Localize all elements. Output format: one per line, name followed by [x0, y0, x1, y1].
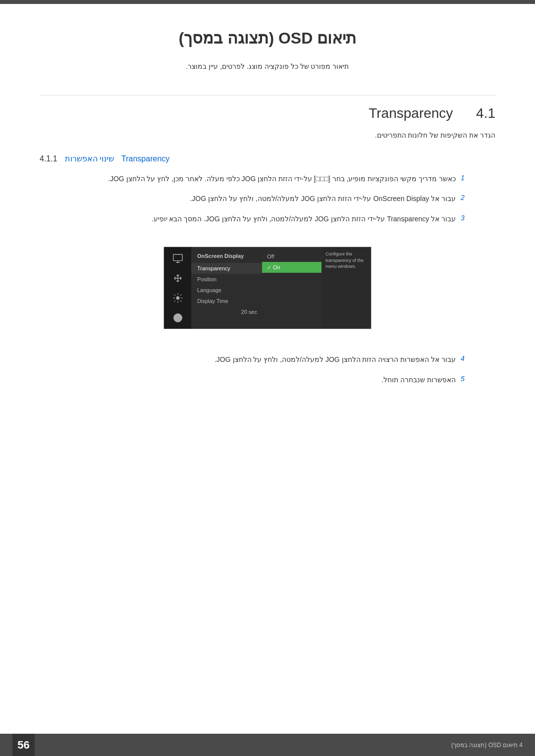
main-content: תיאום OSD (תצוגה במסך) תיאור מפורט של כל…	[0, 4, 535, 435]
osd-time-row: 20 sec	[191, 306, 262, 317]
osd-screenshot: OnScreen Display Transparency Position L…	[163, 247, 372, 329]
step-5-text: האפשרות שנבחרה תוחל.	[59, 374, 456, 385]
svg-point-4	[177, 315, 178, 316]
section-heading: Transparency 4.1	[40, 105, 495, 121]
osd-submenu-off: Off	[262, 251, 321, 262]
osd-menu-title: OnScreen Display	[191, 251, 262, 263]
separator	[40, 95, 495, 96]
osd-menu-display-time: Display Time	[191, 296, 262, 306]
osd-sidebar	[164, 247, 191, 329]
steps-container-2: עבור אל האפשרות הרצויה הזזת הלחצן JOG למ…	[59, 354, 476, 385]
step-4-number: 4	[461, 354, 476, 362]
page-footer: 4 תיאום OSD (תצוגה במסך) 56	[0, 734, 535, 756]
subsection-row: Transparency שינוי האפשרות 4.1.1	[40, 154, 495, 163]
subsection-title-en: Transparency	[121, 154, 169, 163]
step-2: עבור אל OnScreen Display על-ידי הזזת הלח…	[59, 193, 476, 204]
osd-info-panel: Configure the transparency of the menu w…	[321, 247, 371, 329]
osd-monitor-icon	[170, 252, 185, 264]
steps-list-2: עבור אל האפשרות הרצויה הזזת הלחצן JOG למ…	[59, 354, 476, 385]
section-title: Transparency 4.1	[40, 105, 495, 121]
step-1-text: כאשר מדריך מקשי הפונקציות מופיע, בחר [□□…	[59, 173, 456, 184]
osd-info-icon	[170, 311, 185, 324]
subsection-number: 4.1.1	[40, 154, 57, 163]
section-description-text: הגדר את השקיפות של חלונות התפריטים.	[40, 131, 495, 139]
osd-time-value: 20 sec	[241, 309, 257, 315]
step-3-number: 3	[461, 213, 476, 222]
osd-menu-position: Position	[191, 274, 262, 285]
page-subtitle-block: תיאור מפורט של כל פונקציה מוצג. לפרטים, …	[40, 62, 495, 70]
osd-main-menu: OnScreen Display Transparency Position L…	[191, 247, 262, 329]
osd-arrows-icon	[170, 272, 185, 284]
step-2-text: עבור אל OnScreen Display על-ידי הזזת הלח…	[59, 193, 456, 204]
step-3: עבור אל Transparency על-ידי הזזת הלחצן J…	[59, 213, 476, 224]
step-5: האפשרות שנבחרה תוחל. 5	[59, 374, 476, 385]
step-1-number: 1	[461, 173, 476, 182]
page-subtitle-text: תיאור מפורט של כל פונקציה מוצג. לפרטים, …	[40, 62, 495, 70]
section-description: הגדר את השקיפות של חלונות התפריטים.	[40, 131, 495, 139]
footer-text: 4 תיאום OSD (תצוגה במסך)	[451, 742, 523, 749]
osd-submenu: Off ✓ On	[262, 247, 321, 329]
svg-rect-0	[173, 254, 182, 260]
step-1: כאשר מדריך מקשי הפונקציות מופיע, בחר [□□…	[59, 173, 476, 184]
steps-list: כאשר מדריך מקשי הפונקציות מופיע, בחר [□□…	[59, 173, 476, 224]
osd-menu-transparency: Transparency	[191, 263, 262, 274]
osd-info-text: Configure the transparency of the menu w…	[325, 252, 364, 269]
footer-page-number: 56	[12, 734, 35, 756]
page-container: תיאום OSD (תצוגה במסך) תיאור מפורט של כל…	[0, 0, 535, 756]
osd-checkmark: ✓	[267, 265, 271, 270]
step-4-text: עבור אל האפשרות הרצויה הזזת הלחצן JOG למ…	[59, 354, 456, 365]
svg-point-1	[176, 297, 179, 300]
step-5-number: 5	[461, 374, 476, 383]
step-2-number: 2	[461, 193, 476, 202]
step-4: עבור אל האפשרות הרצויה הזזת הלחצן JOG למ…	[59, 354, 476, 365]
osd-menu-language: Language	[191, 285, 262, 296]
subsection-title-he: שינוי האפשרות	[65, 154, 114, 163]
osd-submenu-on: ✓ On	[262, 262, 321, 273]
page-title-block: תיאום OSD (תצוגה במסך)	[40, 29, 495, 48]
top-bar	[0, 0, 535, 4]
osd-gear-icon	[170, 292, 185, 304]
page-title: תיאום OSD (תצוגה במסך)	[40, 29, 495, 48]
step-3-text: עבור אל Transparency על-ידי הזזת הלחצן J…	[59, 213, 456, 224]
steps-container: כאשר מדריך מקשי הפונקציות מופיע, בחר [□□…	[59, 173, 476, 224]
